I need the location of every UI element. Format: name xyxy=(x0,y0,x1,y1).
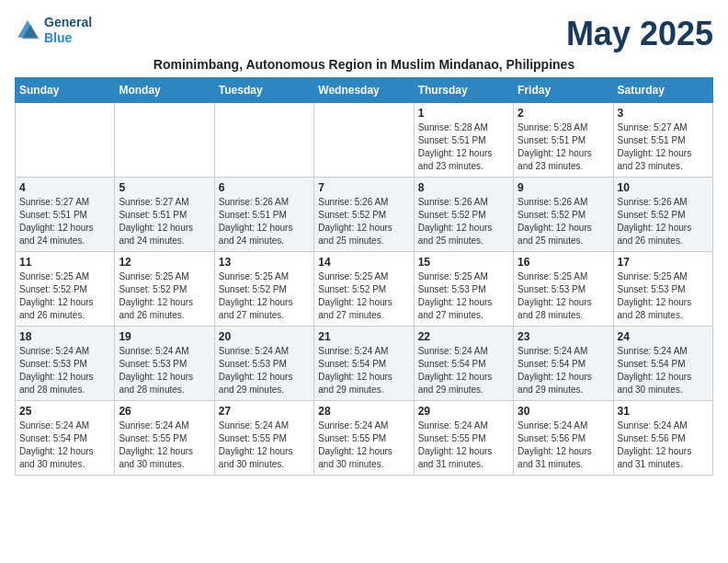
day-number: 25 xyxy=(19,405,110,418)
day-info: Sunrise: 5:28 AM Sunset: 5:51 PM Dayligh… xyxy=(518,121,609,173)
calendar-cell-w1-d0: 4Sunrise: 5:27 AM Sunset: 5:51 PM Daylig… xyxy=(16,178,115,252)
day-number: 20 xyxy=(219,330,310,343)
subtitle: Rominimbang, Autonomous Region in Muslim… xyxy=(15,57,713,72)
calendar-cell-w2-d2: 13Sunrise: 5:25 AM Sunset: 5:52 PM Dayli… xyxy=(214,252,313,327)
day-info: Sunrise: 5:26 AM Sunset: 5:52 PM Dayligh… xyxy=(318,196,409,247)
calendar-cell-w0-d4: 1Sunrise: 5:28 AM Sunset: 5:51 PM Daylig… xyxy=(414,103,513,178)
calendar-cell-w3-d0: 18Sunrise: 5:24 AM Sunset: 5:53 PM Dayli… xyxy=(16,327,115,401)
day-info: Sunrise: 5:24 AM Sunset: 5:55 PM Dayligh… xyxy=(318,419,409,471)
col-header-sunday: Sunday xyxy=(16,78,115,103)
day-info: Sunrise: 5:24 AM Sunset: 5:54 PM Dayligh… xyxy=(518,345,609,396)
day-number: 17 xyxy=(618,256,709,269)
day-info: Sunrise: 5:27 AM Sunset: 5:51 PM Dayligh… xyxy=(119,196,210,247)
col-header-wednesday: Wednesday xyxy=(314,78,414,103)
calendar-cell-w4-d4: 29Sunrise: 5:24 AM Sunset: 5:55 PM Dayli… xyxy=(414,401,513,476)
calendar-cell-w4-d3: 28Sunrise: 5:24 AM Sunset: 5:55 PM Dayli… xyxy=(314,401,414,476)
day-number: 7 xyxy=(318,181,409,194)
calendar-cell-w4-d0: 25Sunrise: 5:24 AM Sunset: 5:54 PM Dayli… xyxy=(16,401,115,476)
calendar-cell-w3-d4: 22Sunrise: 5:24 AM Sunset: 5:54 PM Dayli… xyxy=(414,327,513,401)
day-info: Sunrise: 5:24 AM Sunset: 5:55 PM Dayligh… xyxy=(418,419,509,471)
header: General Blue May 2025 xyxy=(15,15,713,53)
calendar-cell-w2-d1: 12Sunrise: 5:25 AM Sunset: 5:52 PM Dayli… xyxy=(115,252,214,327)
day-info: Sunrise: 5:24 AM Sunset: 5:53 PM Dayligh… xyxy=(219,345,310,396)
day-info: Sunrise: 5:24 AM Sunset: 5:54 PM Dayligh… xyxy=(418,345,509,396)
calendar-cell-w2-d3: 14Sunrise: 5:25 AM Sunset: 5:52 PM Dayli… xyxy=(314,252,414,327)
day-number: 24 xyxy=(618,330,709,343)
calendar-cell-w2-d0: 11Sunrise: 5:25 AM Sunset: 5:52 PM Dayli… xyxy=(16,252,115,327)
day-info: Sunrise: 5:25 AM Sunset: 5:52 PM Dayligh… xyxy=(318,270,409,322)
calendar-cell-w0-d3 xyxy=(314,103,414,178)
col-header-thursday: Thursday xyxy=(414,78,513,103)
day-number: 14 xyxy=(318,256,409,269)
calendar-cell-w0-d6: 3Sunrise: 5:27 AM Sunset: 5:51 PM Daylig… xyxy=(613,103,712,178)
calendar-cell-w3-d5: 23Sunrise: 5:24 AM Sunset: 5:54 PM Dayli… xyxy=(514,327,613,401)
logo: General Blue xyxy=(15,15,92,46)
calendar-cell-w1-d2: 6Sunrise: 5:26 AM Sunset: 5:51 PM Daylig… xyxy=(214,178,313,252)
calendar-cell-w3-d1: 19Sunrise: 5:24 AM Sunset: 5:53 PM Dayli… xyxy=(115,327,214,401)
day-number: 15 xyxy=(418,256,509,269)
day-info: Sunrise: 5:26 AM Sunset: 5:52 PM Dayligh… xyxy=(618,196,709,247)
day-number: 13 xyxy=(219,256,310,269)
day-number: 18 xyxy=(19,330,110,343)
col-header-friday: Friday xyxy=(514,78,613,103)
calendar-cell-w4-d6: 31Sunrise: 5:24 AM Sunset: 5:56 PM Dayli… xyxy=(613,401,712,476)
day-number: 1 xyxy=(418,107,509,120)
calendar-cell-w1-d6: 10Sunrise: 5:26 AM Sunset: 5:52 PM Dayli… xyxy=(613,178,712,252)
day-number: 31 xyxy=(618,405,709,418)
calendar-cell-w1-d5: 9Sunrise: 5:26 AM Sunset: 5:52 PM Daylig… xyxy=(514,178,613,252)
day-number: 29 xyxy=(418,405,509,418)
calendar-cell-w1-d1: 5Sunrise: 5:27 AM Sunset: 5:51 PM Daylig… xyxy=(115,178,214,252)
day-number: 27 xyxy=(219,405,310,418)
day-info: Sunrise: 5:27 AM Sunset: 5:51 PM Dayligh… xyxy=(19,196,110,247)
calendar-cell-w3-d6: 24Sunrise: 5:24 AM Sunset: 5:54 PM Dayli… xyxy=(613,327,712,401)
day-info: Sunrise: 5:26 AM Sunset: 5:51 PM Dayligh… xyxy=(219,196,310,247)
day-info: Sunrise: 5:25 AM Sunset: 5:53 PM Dayligh… xyxy=(618,270,709,322)
day-info: Sunrise: 5:24 AM Sunset: 5:53 PM Dayligh… xyxy=(19,345,110,396)
day-number: 22 xyxy=(418,330,509,343)
day-number: 8 xyxy=(418,181,509,194)
month-title: May 2025 xyxy=(566,15,713,53)
day-number: 28 xyxy=(318,405,409,418)
day-info: Sunrise: 5:28 AM Sunset: 5:51 PM Dayligh… xyxy=(418,121,509,173)
day-info: Sunrise: 5:26 AM Sunset: 5:52 PM Dayligh… xyxy=(418,196,509,247)
day-number: 16 xyxy=(518,256,609,269)
day-number: 3 xyxy=(618,107,709,120)
calendar-cell-w1-d3: 7Sunrise: 5:26 AM Sunset: 5:52 PM Daylig… xyxy=(314,178,414,252)
day-info: Sunrise: 5:24 AM Sunset: 5:54 PM Dayligh… xyxy=(318,345,409,396)
col-header-saturday: Saturday xyxy=(613,78,712,103)
logo-icon xyxy=(15,17,40,43)
day-number: 21 xyxy=(318,330,409,343)
day-number: 30 xyxy=(518,405,609,418)
day-info: Sunrise: 5:24 AM Sunset: 5:53 PM Dayligh… xyxy=(119,345,210,396)
day-number: 19 xyxy=(119,330,210,343)
day-info: Sunrise: 5:25 AM Sunset: 5:53 PM Dayligh… xyxy=(418,270,509,322)
day-info: Sunrise: 5:24 AM Sunset: 5:54 PM Dayligh… xyxy=(19,419,110,471)
calendar-cell-w3-d3: 21Sunrise: 5:24 AM Sunset: 5:54 PM Dayli… xyxy=(314,327,414,401)
col-header-monday: Monday xyxy=(115,78,214,103)
calendar-cell-w4-d2: 27Sunrise: 5:24 AM Sunset: 5:55 PM Dayli… xyxy=(214,401,313,476)
day-info: Sunrise: 5:25 AM Sunset: 5:52 PM Dayligh… xyxy=(219,270,310,322)
day-info: Sunrise: 5:24 AM Sunset: 5:56 PM Dayligh… xyxy=(518,419,609,471)
logo-text: General Blue xyxy=(44,15,92,46)
calendar-cell-w2-d6: 17Sunrise: 5:25 AM Sunset: 5:53 PM Dayli… xyxy=(613,252,712,327)
day-number: 26 xyxy=(119,405,210,418)
day-info: Sunrise: 5:24 AM Sunset: 5:55 PM Dayligh… xyxy=(219,419,310,471)
calendar-cell-w0-d1 xyxy=(115,103,214,178)
day-info: Sunrise: 5:25 AM Sunset: 5:52 PM Dayligh… xyxy=(19,270,110,322)
day-info: Sunrise: 5:27 AM Sunset: 5:51 PM Dayligh… xyxy=(618,121,709,173)
day-info: Sunrise: 5:25 AM Sunset: 5:52 PM Dayligh… xyxy=(119,270,210,322)
day-number: 10 xyxy=(618,181,709,194)
calendar-cell-w0-d0 xyxy=(16,103,115,178)
calendar-cell-w0-d2 xyxy=(214,103,313,178)
day-number: 23 xyxy=(518,330,609,343)
day-number: 5 xyxy=(119,181,210,194)
calendar-cell-w1-d4: 8Sunrise: 5:26 AM Sunset: 5:52 PM Daylig… xyxy=(414,178,513,252)
col-header-tuesday: Tuesday xyxy=(214,78,313,103)
calendar-cell-w4-d5: 30Sunrise: 5:24 AM Sunset: 5:56 PM Dayli… xyxy=(514,401,613,476)
day-info: Sunrise: 5:24 AM Sunset: 5:56 PM Dayligh… xyxy=(618,419,709,471)
day-info: Sunrise: 5:24 AM Sunset: 5:55 PM Dayligh… xyxy=(119,419,210,471)
calendar-cell-w4-d1: 26Sunrise: 5:24 AM Sunset: 5:55 PM Dayli… xyxy=(115,401,214,476)
day-info: Sunrise: 5:25 AM Sunset: 5:53 PM Dayligh… xyxy=(518,270,609,322)
day-number: 2 xyxy=(518,107,609,120)
day-info: Sunrise: 5:24 AM Sunset: 5:54 PM Dayligh… xyxy=(618,345,709,396)
